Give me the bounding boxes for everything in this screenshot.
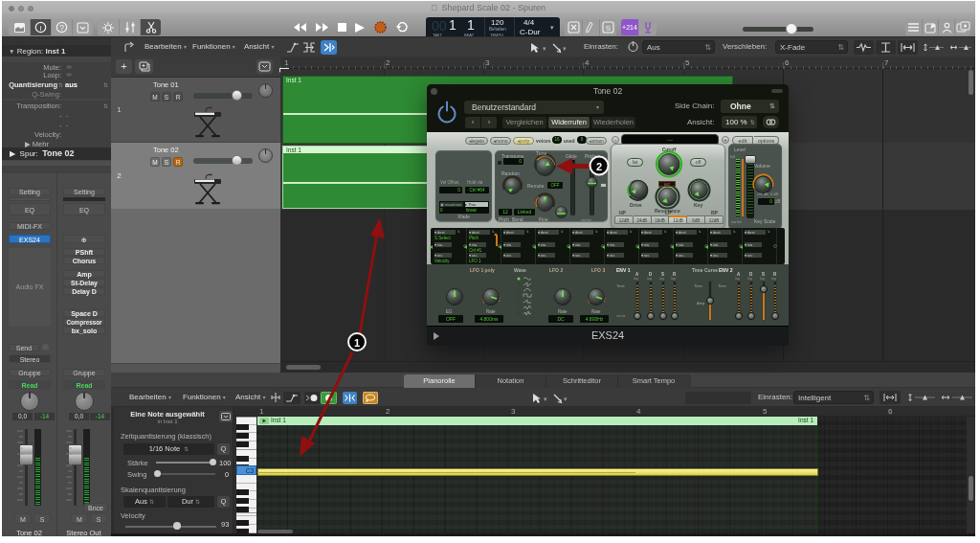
svg-text:S: S xyxy=(606,24,611,33)
svg-text:i: i xyxy=(40,24,42,33)
svg-text:▾: ▾ xyxy=(563,45,567,52)
svg-text:?: ? xyxy=(59,23,64,33)
svg-text:▾: ▾ xyxy=(544,396,547,402)
svg-text:▾: ▾ xyxy=(564,396,568,402)
svg-text:▾: ▾ xyxy=(543,45,546,52)
